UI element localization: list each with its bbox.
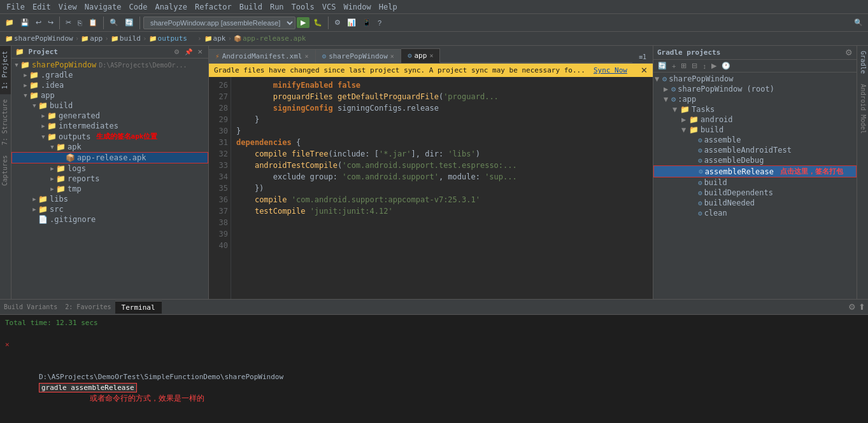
- sync-close-btn[interactable]: ✕: [641, 66, 648, 75]
- gradle-item-assemblerelease[interactable]: ⚙ assembleRelease 点击这里，签名打包: [653, 165, 857, 177]
- toolbar-btn-find[interactable]: 🔍: [107, 17, 121, 28]
- left-tab-project[interactable]: 1: Project: [0, 46, 11, 94]
- sync-now-link[interactable]: Sync Now: [594, 66, 627, 74]
- search-everywhere-btn[interactable]: 🔍: [851, 17, 865, 28]
- gradle-item-build-folder[interactable]: ▼ 📁 build: [653, 125, 857, 135]
- code-content[interactable]: minifyEnabled false proguardFiles getDef…: [231, 77, 653, 299]
- terminal-maximize-btn[interactable]: ⬆: [858, 302, 865, 312]
- toolbar-btn-undo[interactable]: ↩: [33, 17, 44, 28]
- gradle-item-assemble[interactable]: ⚙ assemble: [653, 135, 857, 145]
- toolbar-btn-1[interactable]: 📁: [3, 17, 17, 28]
- tree-item-tmp[interactable]: ▶ 📁 tmp: [11, 184, 208, 194]
- gradle-item-root[interactable]: ▼ ⚙ sharePopWindow: [653, 74, 857, 84]
- tree-item-gradle[interactable]: ▶ 📁 .gradle: [11, 70, 208, 80]
- favorites-tab[interactable]: 2: Favorites: [61, 302, 115, 312]
- terminal-line-x: ✕: [5, 339, 863, 350]
- toolbar-btn-save[interactable]: 💾: [18, 17, 32, 28]
- path-sep-1: ›: [75, 34, 80, 43]
- gradle-item-app[interactable]: ▼ ⚙ :app: [653, 94, 857, 104]
- build-variants-tab[interactable]: Build Variants: [0, 302, 61, 312]
- tab-androidmanifest[interactable]: ⚡ AndroidManifest.xml ×: [209, 49, 316, 63]
- gradle-item-clean[interactable]: ⚙ clean: [653, 208, 857, 218]
- debug-button[interactable]: 🐛: [311, 17, 325, 28]
- tab-pin-btn[interactable]: ≡1: [632, 51, 653, 63]
- toolbar-btn-cut[interactable]: ✂: [63, 17, 74, 28]
- tree-item-outputs[interactable]: ▼ 📁 outputs 生成的签名apk位置: [11, 131, 208, 142]
- menu-code[interactable]: Code: [125, 3, 152, 11]
- right-tab-android-model[interactable]: Android Model: [857, 79, 868, 139]
- terminal-settings-btn[interactable]: ⚙: [848, 302, 856, 312]
- tree-item-src[interactable]: ▶ 📁 src: [11, 204, 208, 214]
- tree-item-reports[interactable]: ▶ 📁 reports: [11, 174, 208, 184]
- tree-item-apk-file[interactable]: 📦 app-release.apk: [11, 152, 208, 163]
- menu-build[interactable]: Build: [236, 3, 266, 11]
- gradle-item-assembledebug[interactable]: ⚙ assembleDebug: [653, 155, 857, 165]
- gradle-run-btn[interactable]: ▶: [709, 61, 718, 71]
- toolbar-btn-help[interactable]: ?: [375, 18, 384, 28]
- menu-analyze[interactable]: Analyze: [151, 3, 191, 11]
- gradle-item-root2[interactable]: ▶ ⚙ sharePopWindow (root): [653, 84, 857, 94]
- gradle-item-build-task[interactable]: ⚙ build: [653, 177, 857, 188]
- path-bar: 📁sharePopWindow › 📁app › 📁build › 📁outpu…: [0, 32, 868, 46]
- gradle-expand-btn[interactable]: ⊞: [679, 61, 688, 71]
- sidebar-tool-gear[interactable]: ⚙: [172, 48, 181, 56]
- gradle-sync-btn[interactable]: ↕: [701, 61, 708, 71]
- toolbar-btn-replace[interactable]: 🔄: [122, 17, 136, 28]
- tree-item-libs[interactable]: ▶ 📁 libs: [11, 194, 208, 204]
- gradle-item-android[interactable]: ▶ 📁 android: [653, 114, 857, 125]
- left-tab-captures[interactable]: Captures: [0, 150, 11, 191]
- menu-run[interactable]: Run: [266, 3, 288, 11]
- toolbar-btn-redo[interactable]: ↪: [45, 17, 56, 28]
- tree-item-apk-folder[interactable]: ▼ 📁 apk: [11, 142, 208, 152]
- left-tab-structure[interactable]: 7: Structure: [0, 94, 11, 150]
- menu-file[interactable]: File: [3, 3, 29, 11]
- menu-edit[interactable]: Edit: [29, 3, 55, 11]
- toolbar-btn-copy[interactable]: ⎘: [75, 18, 85, 28]
- gradle-add-btn[interactable]: +: [670, 61, 678, 71]
- tree-item-idea[interactable]: ▶ 📁 .idea: [11, 80, 208, 90]
- path-item-apkfile[interactable]: 📦app-release.apk: [234, 34, 306, 43]
- gradle-collapse-btn[interactable]: ⊟: [690, 61, 699, 71]
- menu-refactor[interactable]: Refactor: [191, 3, 236, 11]
- menu-navigate[interactable]: Navigate: [81, 3, 125, 11]
- tree-item-app[interactable]: ▼ 📁 app: [11, 90, 208, 101]
- tree-item-root[interactable]: ▼ 📁 sharePopWindow D:\ASProjects\DemoOr.…: [11, 60, 208, 70]
- tree-item-logs[interactable]: ▶ 📁 logs: [11, 163, 208, 174]
- gradle-item-builddependents[interactable]: ⚙ buildDependents: [653, 188, 857, 198]
- tab-app[interactable]: ⚙ app ×: [401, 48, 441, 63]
- path-item-outputs[interactable]: 📁outputs: [149, 34, 187, 43]
- tab-sharepopwindow[interactable]: ⚙ sharePopWindow ×: [316, 49, 401, 63]
- menu-window[interactable]: Window: [339, 3, 374, 11]
- toolbar-btn-7[interactable]: 📱: [360, 17, 374, 28]
- path-item-apk[interactable]: 📁apk: [204, 34, 226, 43]
- menu-vcs[interactable]: VCS: [318, 3, 340, 11]
- tree-item-generated[interactable]: ▶ 📁 generated: [11, 111, 208, 121]
- menu-tools[interactable]: Tools: [288, 3, 318, 11]
- sidebar-header: 📁 Project ⚙ 📌 ✕: [11, 46, 208, 59]
- path-item-sharepopwindow[interactable]: 📁sharePopWindow: [5, 34, 73, 43]
- toolbar-btn-5[interactable]: ⚙: [332, 17, 343, 28]
- gradle-item-tasks[interactable]: ▼ 📁 Tasks: [653, 104, 857, 114]
- sidebar-tool-close[interactable]: ✕: [196, 48, 204, 56]
- toolbar-btn-6[interactable]: 📊: [345, 17, 359, 28]
- tree-item-build[interactable]: ▼ 📁 build: [11, 101, 208, 111]
- gradle-item-assembleandroidtest[interactable]: ⚙ assembleAndroidTest: [653, 145, 857, 155]
- tree-item-intermediates[interactable]: ▶ 📁 intermediates: [11, 121, 208, 131]
- menu-view[interactable]: View: [55, 3, 81, 11]
- gradle-settings-btn[interactable]: ⚙: [845, 48, 853, 57]
- gradle-history-btn[interactable]: 🕐: [720, 61, 732, 71]
- toolbar-btn-paste[interactable]: 📋: [86, 17, 100, 28]
- gradle-item-buildneeded[interactable]: ⚙ buildNeeded: [653, 198, 857, 208]
- run-button[interactable]: ▶: [297, 17, 309, 28]
- menu-help[interactable]: Help: [375, 3, 401, 11]
- gradle-refresh-btn[interactable]: 🔄: [656, 61, 669, 71]
- sidebar-tool-pin[interactable]: 📌: [183, 48, 194, 56]
- tree-item-gitignore[interactable]: 📄 .gitignore: [11, 214, 208, 225]
- gradle-title: Gradle projects: [657, 48, 720, 57]
- terminal-tab[interactable]: Terminal: [115, 301, 162, 314]
- run-config-dropdown[interactable]: sharePopWindow:app [assembleRelease]: [143, 17, 295, 29]
- path-item-app[interactable]: 📁app: [81, 34, 103, 43]
- right-tab-gradle[interactable]: Gradle: [857, 46, 868, 79]
- path-item-build[interactable]: 📁build: [111, 34, 141, 43]
- terminal-cmd-highlight[interactable]: gradle assembleRelease: [39, 383, 137, 392]
